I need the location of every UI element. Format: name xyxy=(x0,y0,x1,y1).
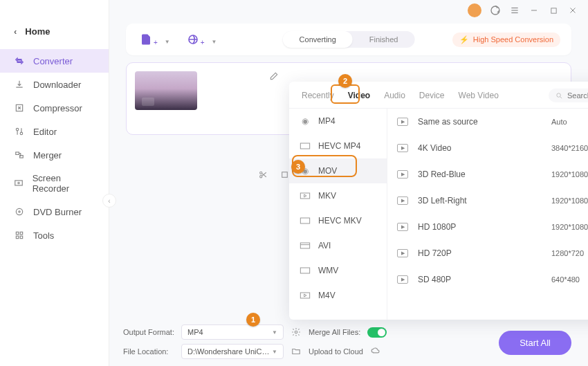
format-label: MKV xyxy=(318,191,336,201)
tab-finished[interactable]: Finished xyxy=(353,31,415,48)
format-list: ◉MP4 HEVC MP4 ◉MOV MKV HEVC MKV AVI WMV … xyxy=(289,109,387,320)
download-icon xyxy=(14,79,25,90)
crop-icon[interactable] xyxy=(280,170,289,181)
preset-name: Same as source xyxy=(418,117,542,127)
chevron-down-icon[interactable]: ▼ xyxy=(212,39,217,45)
editor-icon xyxy=(14,126,25,137)
high-speed-label: High Speed Conversion xyxy=(473,35,553,44)
format-avi[interactable]: AVI xyxy=(289,233,387,258)
format-label: M4V xyxy=(318,291,336,300)
popup-tab-audio[interactable]: Audio xyxy=(383,89,407,102)
add-file-button[interactable]: + xyxy=(137,30,160,48)
popup-tab-recently[interactable]: Recently xyxy=(300,89,336,102)
popup-tab-device[interactable]: Device xyxy=(418,89,446,102)
format-icon xyxy=(299,241,311,250)
preset-row[interactable]: ▶HD 720P1280*720 xyxy=(387,240,588,266)
preset-row[interactable]: ▶HD 1080P1920*1080 xyxy=(387,214,588,240)
edit-icon[interactable] xyxy=(269,71,279,84)
toolbar: + ▼ + ▼ Converting Finished ⚡ High Speed… xyxy=(126,24,571,55)
home-nav[interactable]: ‹ Home xyxy=(0,21,109,42)
tab-converting[interactable]: Converting xyxy=(283,31,353,48)
format-hevc-mp4[interactable]: HEVC MP4 xyxy=(289,134,387,158)
merge-toggle[interactable] xyxy=(367,327,387,338)
chevron-down-icon: ▼ xyxy=(272,329,277,336)
svg-rect-17 xyxy=(16,232,19,235)
format-mkv[interactable]: MKV xyxy=(289,183,387,208)
recorder-icon xyxy=(14,178,24,189)
video-thumbnail[interactable] xyxy=(135,71,197,110)
svg-rect-20 xyxy=(20,236,23,239)
svg-rect-19 xyxy=(16,236,19,239)
settings-icon[interactable] xyxy=(291,327,302,337)
add-url-button[interactable]: + xyxy=(184,30,208,48)
preset-list: ▶Same as sourceAuto ▶4K Video3840*2160 ▶… xyxy=(387,109,588,320)
preset-row[interactable]: ▶3D Left-Right1920*1080 xyxy=(387,187,588,214)
svg-point-14 xyxy=(18,182,19,183)
svg-rect-11 xyxy=(16,152,19,155)
svg-line-26 xyxy=(560,96,562,98)
sidebar-item-label: Tools xyxy=(33,230,54,241)
merger-icon xyxy=(14,149,25,161)
popup-tab-web[interactable]: Web Video xyxy=(457,89,500,102)
chevron-down-icon: ▼ xyxy=(272,349,277,355)
sidebar-item-compressor[interactable]: Compressor xyxy=(0,96,109,120)
step-badge-3: 3 xyxy=(291,160,305,174)
sidebar-item-editor[interactable]: Editor xyxy=(0,120,109,143)
file-actions xyxy=(259,170,289,181)
format-mp4[interactable]: ◉MP4 xyxy=(289,109,387,134)
sidebar-item-label: Compressor xyxy=(33,103,82,113)
preset-name: HD 1080P xyxy=(418,222,542,232)
preset-resolution: 640*480 xyxy=(551,275,588,284)
step-badge-1: 1 xyxy=(246,313,260,327)
preset-row[interactable]: ▶4K Video3840*2160 xyxy=(387,135,588,161)
svg-point-15 xyxy=(16,208,22,214)
svg-rect-27 xyxy=(300,143,309,149)
format-wmv[interactable]: WMV xyxy=(289,258,387,283)
cloud-icon[interactable] xyxy=(370,346,381,357)
sidebar-item-downloader[interactable]: Downloader xyxy=(0,73,109,96)
file-location-select[interactable]: D:\Wondershare UniConverter 1 ▼ xyxy=(181,344,284,359)
bottom-bar: Output Format: MP4 ▼ Merge All Files: Fi… xyxy=(123,320,571,359)
format-icon xyxy=(299,141,311,151)
popup-tab-video[interactable]: Video xyxy=(347,89,371,102)
sidebar-item-screen-recorder[interactable]: Screen Recorder xyxy=(0,167,109,200)
search-input[interactable] xyxy=(567,91,588,100)
sidebar-item-dvd-burner[interactable]: DVD Burner xyxy=(0,200,109,223)
sidebar-item-converter[interactable]: Converter xyxy=(0,49,109,73)
preset-row[interactable]: ▶SD 480P640*480 xyxy=(387,266,588,293)
format-label: MOV xyxy=(318,166,337,176)
sidebar-item-label: Screen Recorder xyxy=(33,173,95,194)
start-all-button[interactable]: Start All xyxy=(499,331,571,355)
preset-name: SD 480P xyxy=(418,275,542,284)
sidebar-item-tools[interactable]: Tools xyxy=(0,223,109,247)
high-speed-badge[interactable]: ⚡ High Speed Conversion xyxy=(452,33,560,47)
preset-resolution: Auto xyxy=(551,118,588,126)
format-m4v[interactable]: M4V xyxy=(289,283,387,308)
chevron-down-icon[interactable]: ▼ xyxy=(165,39,170,45)
merge-label: Merge All Files: xyxy=(309,328,360,336)
svg-rect-30 xyxy=(300,218,309,223)
chevron-left-icon: ‹ xyxy=(14,26,17,37)
preset-row[interactable]: ▶Same as sourceAuto xyxy=(387,109,588,135)
preset-row[interactable]: ▶3D Red-Blue1920*1080 xyxy=(387,161,588,187)
svg-point-10 xyxy=(20,132,23,135)
format-icon xyxy=(299,191,311,201)
preset-resolution: 1280*720 xyxy=(551,249,588,257)
folder-icon[interactable] xyxy=(291,347,302,356)
preset-resolution: 3840*2160 xyxy=(551,144,588,152)
sidebar: ‹ Home Converter Downloader Compressor E… xyxy=(0,0,109,366)
play-icon: ▶ xyxy=(397,223,408,231)
preset-name: 4K Video xyxy=(418,143,542,153)
scissors-icon[interactable] xyxy=(259,170,268,181)
preset-name: HD 720P xyxy=(418,248,542,258)
sidebar-item-merger[interactable]: Merger xyxy=(0,143,109,167)
play-icon: ▶ xyxy=(397,275,408,284)
home-label: Home xyxy=(25,26,50,37)
sidebar-item-label: Editor xyxy=(33,127,57,137)
format-hevc-mkv[interactable]: HEVC MKV xyxy=(289,208,387,233)
file-location-value: D:\Wondershare UniConverter 1 xyxy=(187,347,270,356)
dvd-icon xyxy=(14,206,25,217)
search-input-wrap[interactable] xyxy=(549,89,588,102)
output-format-select[interactable]: MP4 ▼ xyxy=(181,324,284,340)
preset-resolution: 1920*1080 xyxy=(551,170,588,179)
